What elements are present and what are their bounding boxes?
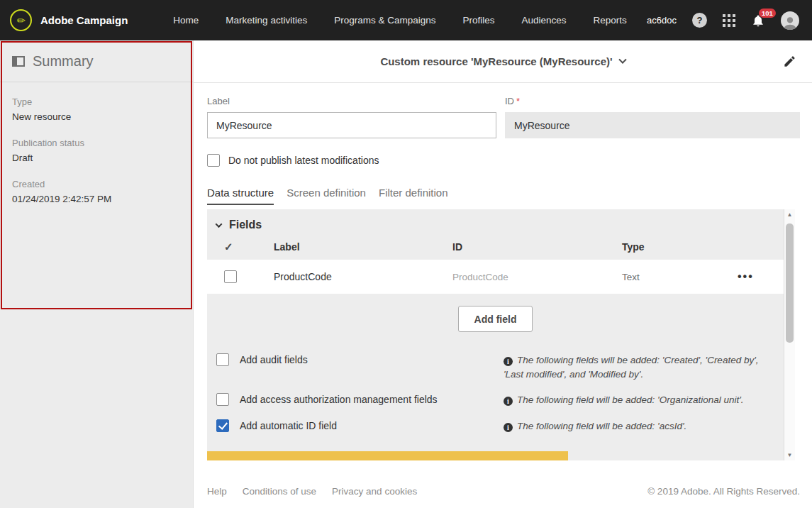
column-header-type: Type: [622, 241, 738, 253]
footer-link-conditions[interactable]: Conditions of use: [243, 486, 316, 497]
fields-section-title: Fields: [229, 219, 262, 231]
summary-header: Summary: [0, 40, 193, 82]
do-not-publish-checkbox[interactable]: [207, 154, 220, 167]
label-field-group: Label: [207, 96, 496, 138]
required-asterisk: *: [516, 96, 520, 106]
option-label: Add automatic ID field: [240, 420, 337, 431]
footer-link-help[interactable]: Help: [207, 486, 227, 497]
add-automatic-id-checkbox[interactable]: [216, 419, 229, 432]
id-field-label: ID*: [505, 96, 800, 106]
option-info: iThe following fields will be added: 'Cr…: [504, 353, 784, 381]
user-avatar[interactable]: [781, 11, 799, 30]
nav-item-marketing-activities[interactable]: Marketing activities: [226, 15, 307, 26]
data-structure-panel: Fields ✓ Label ID Type ProductCode Produ…: [207, 209, 795, 460]
warning-banner-partial: [207, 451, 568, 460]
copyright-text: © 2019 Adobe. All Rights Reserved.: [647, 486, 800, 497]
tab-filter-definition[interactable]: Filter definition: [379, 187, 448, 205]
more-options-icon[interactable]: [738, 270, 780, 283]
fields-section-toggle[interactable]: Fields: [207, 209, 784, 236]
edit-pencil-icon[interactable]: [783, 55, 796, 71]
resource-title: Custom resource 'MyResource (MyResource)…: [380, 55, 612, 67]
option-label: Add access authorization management fiel…: [240, 394, 438, 405]
page-footer: Help Conditions of use Privacy and cooki…: [194, 474, 812, 508]
nav-item-audiences[interactable]: Audiences: [521, 15, 566, 26]
main-navigation: Home Marketing activities Programs & Cam…: [173, 15, 626, 26]
adobe-campaign-page: ✎ Adobe Campaign Home Marketing activiti…: [0, 0, 812, 508]
main-area: Custom resource 'MyResource (MyResource)…: [194, 40, 812, 508]
option-info: iThe following field will be added: 'Org…: [504, 393, 784, 407]
field-value: New resource: [12, 111, 181, 122]
brand-title: Adobe Campaign: [40, 14, 128, 26]
option-label: Add audit fields: [240, 354, 308, 365]
help-icon[interactable]: ?: [692, 13, 707, 28]
row-type: Text: [622, 272, 738, 282]
scroll-up-arrow[interactable]: ▲: [784, 209, 795, 220]
id-input[interactable]: [505, 112, 800, 138]
field-label: Type: [12, 96, 181, 107]
footer-link-privacy[interactable]: Privacy and cookies: [332, 486, 417, 497]
chevron-down-icon: [618, 55, 626, 63]
app-switcher-icon[interactable]: [723, 14, 735, 27]
column-header-id: ID: [452, 241, 622, 253]
fields-table-header: ✓ Label ID Type: [207, 236, 784, 258]
resource-form: Label ID* Do not publish latest modifica…: [194, 96, 812, 460]
label-input[interactable]: [207, 112, 496, 138]
summary-sidebar: Summary Type New resource Publication st…: [0, 40, 194, 508]
publish-option-row: Do not publish latest modifications: [207, 154, 800, 167]
field-label: Publication status: [12, 138, 181, 148]
summary-title: Summary: [33, 53, 94, 70]
username-label[interactable]: ac6doc: [647, 15, 677, 26]
field-options: Add audit fields iThe following fields w…: [207, 353, 784, 433]
scroll-down-arrow[interactable]: ▼: [784, 450, 795, 460]
summary-fields: Type New resource Publication status Dra…: [0, 82, 193, 234]
do-not-publish-label: Do not publish latest modifications: [228, 155, 379, 166]
label-field-label: Label: [207, 96, 496, 106]
option-audit-fields: Add audit fields iThe following fields w…: [207, 353, 784, 381]
tab-screen-definition[interactable]: Screen definition: [287, 187, 366, 205]
field-value: Draft: [12, 153, 181, 163]
tab-data-structure[interactable]: Data structure: [207, 187, 274, 205]
panel-scrollbar[interactable]: ▲ ▼: [784, 209, 795, 460]
top-navbar: ✎ Adobe Campaign Home Marketing activiti…: [0, 0, 812, 40]
add-field-button[interactable]: Add field: [458, 306, 533, 332]
navbar-right-group: ac6doc ? 101: [647, 11, 799, 30]
id-field-group: ID*: [505, 96, 800, 138]
info-icon: i: [504, 423, 513, 432]
add-audit-fields-checkbox[interactable]: [216, 353, 229, 366]
summary-field-type: Type New resource: [12, 96, 181, 122]
nav-item-reports[interactable]: Reports: [594, 15, 627, 26]
scrollbar-thumb[interactable]: [786, 223, 794, 343]
row-checkbox[interactable]: [224, 270, 237, 283]
resource-title-dropdown[interactable]: Custom resource 'MyResource (MyResource)…: [380, 55, 625, 67]
row-label: ProductCode: [274, 271, 452, 282]
chevron-down-icon: [216, 221, 223, 228]
table-row[interactable]: ProductCode ProductCode Text: [207, 260, 784, 294]
info-icon: i: [504, 357, 513, 366]
summary-field-created: Created 01/24/2019 2:42:57 PM: [12, 179, 181, 204]
summary-panel-icon: [12, 56, 25, 67]
field-value: 01/24/2019 2:42:57 PM: [12, 194, 181, 204]
adobe-campaign-logo-icon[interactable]: ✎: [10, 9, 32, 31]
nav-item-profiles[interactable]: Profiles: [462, 15, 494, 26]
select-all-check-icon[interactable]: ✓: [224, 241, 274, 253]
field-label: Created: [12, 179, 181, 189]
definition-tabs: Data structure Screen definition Filter …: [207, 187, 800, 205]
option-automatic-id: Add automatic ID field iThe following fi…: [207, 419, 784, 434]
info-icon: i: [504, 397, 513, 406]
nav-item-programs-campaigns[interactable]: Programs & Campaigns: [334, 15, 435, 26]
summary-field-publication-status: Publication status Draft: [12, 138, 181, 163]
option-info: iThe following field will be added: 'acs…: [504, 419, 784, 434]
option-access-authorization: Add access authorization management fiel…: [207, 393, 784, 407]
nav-item-home[interactable]: Home: [173, 15, 199, 26]
row-id: ProductCode: [452, 272, 622, 282]
resource-header: Custom resource 'MyResource (MyResource)…: [194, 40, 812, 83]
column-header-label: Label: [274, 241, 452, 253]
notifications-button[interactable]: 101: [751, 13, 765, 28]
notification-count-badge: 101: [759, 9, 776, 18]
add-access-authorization-checkbox[interactable]: [216, 393, 229, 406]
